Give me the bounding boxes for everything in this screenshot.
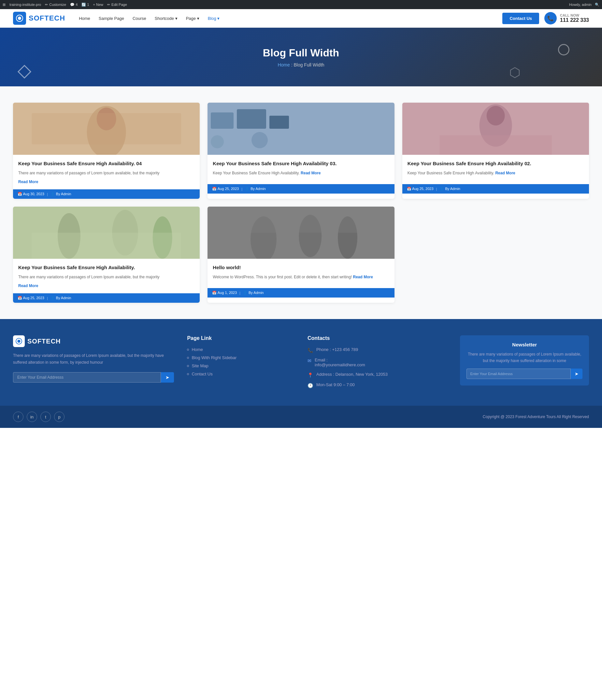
footer-hours-text: Mon-Sat 9:00 – 7:00 bbox=[316, 382, 355, 387]
footer-link-home-anchor[interactable]: Home bbox=[191, 347, 203, 352]
footer-hours: 🕐 Mon-Sat 9:00 – 7:00 bbox=[308, 382, 447, 388]
logo-icon bbox=[13, 12, 26, 25]
admin-customize[interactable]: ✏ Customize bbox=[45, 3, 66, 7]
logo-text: SOFTECH bbox=[29, 14, 65, 23]
footer-links-list: Home Blog With Right Sidebar Site Map Co… bbox=[187, 347, 294, 376]
footer-email-text: Email : info@youremailidhere.com bbox=[315, 357, 365, 367]
phone-icon: 📞 bbox=[308, 348, 313, 353]
blog-card-4-body: Keep Your Business Safe Ensure High Avai… bbox=[13, 259, 200, 293]
svg-point-1 bbox=[18, 17, 21, 20]
facebook-icon[interactable]: f bbox=[13, 411, 23, 422]
svg-rect-20 bbox=[32, 233, 181, 259]
blog-card-4: Keep Your Business Safe Ensure High Avai… bbox=[13, 207, 200, 303]
blog-section: Keep Your Business Safe Ensure High Avai… bbox=[0, 86, 602, 319]
blog-card-1-image bbox=[13, 103, 200, 155]
blog-card-2-text: Keep Your Business Safe Ensure High Avai… bbox=[213, 170, 389, 176]
blog-card-1-author: 👤 By Admin bbox=[51, 192, 71, 196]
nav-page[interactable]: Page ▾ bbox=[182, 14, 203, 23]
copyright-text: Copyright @ 2023 Forest Adventure Tours … bbox=[483, 415, 589, 419]
hero-triangle-shape bbox=[18, 65, 31, 78]
blog-card-1-title: Keep Your Business Safe Ensure High Avai… bbox=[18, 160, 194, 167]
breadcrumb: Home : Blog Full Width bbox=[263, 62, 339, 68]
blog-card-2-body: Keep Your Business Safe Ensure High Avai… bbox=[208, 155, 394, 184]
footer-links-col: Page Link Home Blog With Right Sidebar S… bbox=[187, 335, 294, 393]
breadcrumb-home[interactable]: Home bbox=[278, 62, 290, 68]
footer-email-submit[interactable]: ➤ bbox=[161, 372, 174, 382]
link-dot-icon bbox=[187, 373, 189, 375]
admin-edit[interactable]: ✏ Edit Page bbox=[107, 3, 127, 7]
blog-card-4-read-more[interactable]: Read More bbox=[18, 283, 38, 288]
newsletter-title: Newsletter bbox=[467, 342, 582, 347]
blog-card-4-image bbox=[13, 207, 200, 259]
newsletter-submit-button[interactable]: ➤ bbox=[571, 369, 582, 379]
contact-us-button[interactable]: Contact Us bbox=[502, 13, 539, 24]
blog-card-1-read-more[interactable]: Read More bbox=[18, 180, 38, 184]
footer-about-col: SOFTECH There are many variations of pas… bbox=[13, 335, 174, 393]
social-icons: f in t p bbox=[13, 411, 64, 422]
footer-link-blog-sidebar-anchor[interactable]: Blog With Right Sidebar bbox=[191, 355, 236, 360]
nav-home[interactable]: Home bbox=[75, 14, 94, 23]
footer-logo-icon bbox=[13, 335, 25, 347]
nav-sample-page[interactable]: Sample Page bbox=[95, 14, 128, 23]
hero-circle-shape bbox=[558, 44, 570, 55]
blog-card-3-meta: 📅 Aug 25, 2023 | 👤 By Admin bbox=[402, 184, 589, 194]
footer-phone-text: Phone : +123 456 789 bbox=[316, 347, 358, 352]
footer-contacts-col: Contacts 📞 Phone : +123 456 789 ✉ Email … bbox=[308, 335, 447, 393]
footer-email-input[interactable] bbox=[13, 372, 161, 382]
twitter-icon[interactable]: t bbox=[41, 411, 51, 422]
blog-card-2-author: 👤 By Admin bbox=[245, 187, 266, 191]
admin-site[interactable]: training-institute-pro bbox=[9, 3, 41, 6]
hero-content: Blog Full Width Home : Blog Full Width bbox=[263, 47, 339, 68]
nav-shortcode[interactable]: Shortcode ▾ bbox=[151, 14, 181, 23]
footer-link-contact-anchor[interactable]: Contact Us bbox=[191, 372, 212, 376]
admin-search-icon[interactable]: 🔍 bbox=[595, 3, 599, 7]
footer-email: ✉ Email : info@youremailidhere.com bbox=[308, 357, 447, 367]
newsletter-desc: There are many variations of passages of… bbox=[467, 351, 582, 364]
footer-address-text: Address : Delanson, New York, 12053 bbox=[316, 372, 388, 377]
admin-howdy: Howdy, admin bbox=[569, 3, 592, 6]
blog-card-4-date: 📅 Aug 25, 2023 bbox=[18, 296, 44, 300]
footer-link-blog-sidebar[interactable]: Blog With Right Sidebar bbox=[187, 355, 294, 360]
blog-card-3-image bbox=[402, 103, 589, 155]
admin-comments[interactable]: 💬 4 bbox=[70, 3, 78, 7]
blog-card-4-text: There are many variations of passages of… bbox=[18, 274, 194, 280]
blog-card-5-image bbox=[208, 207, 394, 259]
blog-card-3-read-more[interactable]: Read More bbox=[495, 171, 515, 175]
blog-card-2-read-more[interactable]: Read More bbox=[301, 171, 320, 175]
footer-link-sitemap-anchor[interactable]: Site Map bbox=[191, 364, 208, 368]
nav-blog[interactable]: Blog ▾ bbox=[204, 14, 224, 23]
admin-updates[interactable]: 🔄 1 bbox=[81, 3, 89, 7]
hero-section: Blog Full Width Home : Blog Full Width ⬡ bbox=[0, 28, 602, 86]
footer-contacts-heading: Contacts bbox=[308, 335, 447, 341]
footer-logo: SOFTECH bbox=[13, 335, 174, 347]
blog-card-1-meta: 📅 Aug 30, 2023 | 👤 By Admin bbox=[13, 189, 200, 199]
clock-icon: 🕐 bbox=[308, 383, 313, 388]
footer-email-form[interactable]: ➤ bbox=[13, 372, 174, 382]
blog-card-5-body: Hello world! Welcome to WordPress. This … bbox=[208, 259, 394, 288]
site-logo[interactable]: SOFTECH bbox=[13, 12, 65, 25]
link-dot-icon bbox=[187, 365, 189, 367]
pinterest-icon[interactable]: p bbox=[54, 411, 64, 422]
blog-row-2-empty bbox=[402, 207, 589, 303]
blog-row-2: Keep Your Business Safe Ensure High Avai… bbox=[13, 207, 589, 303]
footer-phone: 📞 Phone : +123 456 789 bbox=[308, 347, 447, 353]
blog-card-1-text: There are many variations of passages of… bbox=[18, 170, 194, 176]
newsletter-form[interactable]: ➤ bbox=[467, 369, 582, 379]
footer-link-contact[interactable]: Contact Us bbox=[187, 372, 294, 376]
admin-wp-icon[interactable]: ⊞ bbox=[3, 3, 5, 7]
blog-card-1-body: Keep Your Business Safe Ensure High Avai… bbox=[13, 155, 200, 189]
newsletter-email-input[interactable] bbox=[467, 369, 571, 379]
blog-card-3-date: 📅 Aug 25, 2023 bbox=[407, 187, 434, 191]
footer-link-home[interactable]: Home bbox=[187, 347, 294, 352]
admin-new[interactable]: + New bbox=[93, 3, 104, 6]
svg-rect-8 bbox=[237, 109, 266, 129]
nav-course[interactable]: Course bbox=[129, 14, 150, 23]
blog-card-5-date: 📅 Aug 1, 2023 bbox=[212, 291, 237, 295]
footer-links-heading: Page Link bbox=[187, 335, 294, 341]
instagram-icon[interactable]: in bbox=[27, 411, 37, 422]
site-header: SOFTECH Home Sample Page Course Shortcod… bbox=[0, 9, 602, 28]
breadcrumb-current: Blog Full Width bbox=[293, 62, 324, 68]
blog-card-5-read-more[interactable]: Read More bbox=[353, 275, 373, 279]
footer-link-sitemap[interactable]: Site Map bbox=[187, 364, 294, 368]
blog-card-4-meta: 📅 Aug 25, 2023 | 👤 By Admin bbox=[13, 293, 200, 303]
